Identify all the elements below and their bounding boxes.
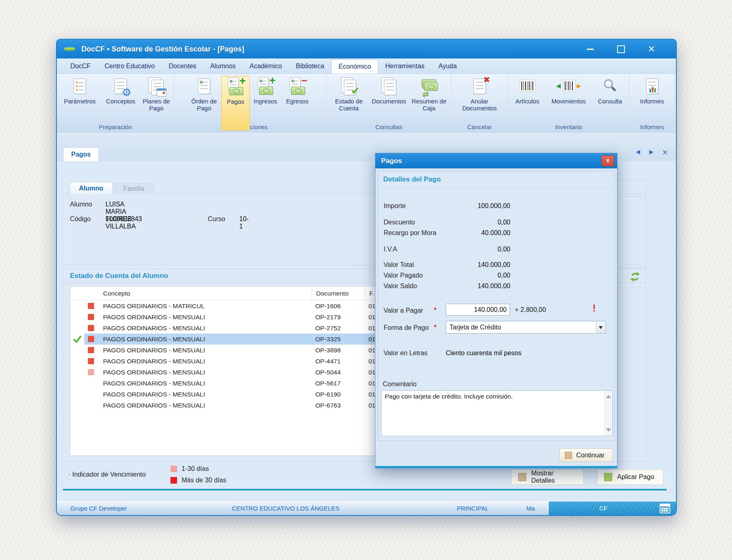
ribbon-group-consultas: Estado de Cuenta Documentos Resumen de C… (327, 74, 451, 132)
overdue-indicator (88, 325, 94, 331)
documents-icon (379, 77, 399, 97)
valor-a-pagar-label: Valor a Pagar (384, 307, 423, 314)
status-section: PRINCIPAL (457, 505, 489, 512)
valor-total-label: Valor Total (384, 261, 414, 269)
conceptos-button[interactable]: Conceptos (101, 76, 140, 119)
recargo-value: 40.000,00 (441, 229, 510, 237)
status-company: Grupo CF Developer (70, 505, 127, 512)
valor-a-pagar-input[interactable] (446, 304, 510, 316)
iva-label: I.V.A (384, 246, 397, 253)
overdue-indicator (88, 314, 94, 320)
barcode-arrows-icon (559, 77, 579, 97)
anular-documentos-button[interactable]: Anular Documentos (455, 76, 504, 119)
required-warning-icon (593, 303, 596, 314)
window-title: DocCF • Software de Gestión Escolar - [P… (81, 45, 244, 54)
magnifier-icon (600, 77, 620, 97)
ingresos-button[interactable]: Ingresos (250, 76, 281, 119)
chevron-down-icon[interactable] (596, 322, 605, 333)
status-bar: Grupo CF Developer CENTRO EDUCATIVO LOS … (57, 501, 676, 515)
overdue-indicator (88, 358, 94, 364)
estado-de-cuenta-button[interactable]: Estado de Cuenta (330, 76, 368, 119)
codigo-value: 1000636843 (106, 215, 142, 223)
ribbon: Parámetros Conceptos Planes de Pago Prep… (57, 74, 676, 132)
next-tab-icon[interactable] (648, 148, 655, 157)
articulos-button[interactable]: Artículos (510, 76, 545, 119)
ribbon-group-label: Operaciones (174, 123, 326, 130)
scroll-down-icon[interactable] (606, 428, 611, 434)
menu-item-herramientas[interactable]: Herramientas (378, 58, 431, 74)
scrollbar[interactable] (604, 391, 612, 436)
ribbon-group-label: Cancelar (451, 123, 507, 130)
divider-line (63, 489, 667, 491)
alumno-label: Alumno (70, 201, 105, 208)
ribbon-group-label: Preparación (57, 123, 174, 130)
documentos-button[interactable]: Documentos (368, 76, 410, 119)
menu-item-ayuda[interactable]: Ayuda (431, 58, 464, 74)
parameters-document-icon (70, 77, 90, 97)
selected-check-icon (73, 335, 82, 344)
tab-familia[interactable]: Familia (114, 183, 154, 194)
tab-navigation (634, 148, 669, 157)
menu-item-docentes[interactable]: Docentes (162, 58, 204, 74)
ribbon-group-cancelar: Anular Documentos Cancelar (451, 74, 508, 132)
ribbon-group-label: Consultas (327, 123, 451, 130)
aplicar-pago-button[interactable]: Aplicar Pago (597, 469, 663, 485)
column-documento: Documento (312, 287, 365, 300)
required-asterisk: * (434, 306, 437, 314)
menu-item-alumnos[interactable]: Alumnos (203, 58, 243, 74)
mostrar-detalles-button[interactable]: Mostrar Detalles (511, 469, 584, 485)
curso-value: 10-1 (239, 215, 249, 230)
dialog-bottom-accent (375, 466, 617, 468)
continuar-button[interactable]: Continuar (559, 448, 613, 462)
dialog-close-button[interactable] (602, 155, 614, 166)
comentario-textarea[interactable]: Pago con tarjeta de crédito. Incluye com… (382, 391, 612, 436)
valor-saldo-value: 140.000,00 (441, 282, 510, 290)
section-title: Detalles del Pago (378, 171, 614, 188)
money-out-icon (287, 77, 307, 97)
calendar-icon[interactable] (660, 504, 670, 513)
valor-en-letras-label: Valor en Letras (384, 349, 427, 357)
informes-button[interactable]: Informes (633, 76, 671, 119)
menu-item-doccf[interactable]: DocCF (63, 58, 98, 74)
resumen-de-caja-button[interactable]: Resumen de Caja (410, 76, 448, 119)
ribbon-group-inventario: Artículos Movimientos Consulta Inventari… (508, 74, 630, 132)
close-tab-icon[interactable] (661, 148, 669, 157)
prev-tab-icon[interactable] (634, 148, 642, 157)
egresos-button[interactable]: Egresos (281, 76, 314, 119)
ribbon-group-label: Inventario (508, 123, 629, 130)
consulta-button[interactable]: Consulta (593, 76, 628, 119)
ribbon-group-label: Informes (630, 123, 674, 130)
orden-de-pago-button[interactable]: Órden de Pago (187, 76, 221, 119)
payment-order-document-icon (194, 77, 214, 97)
refresh-icon[interactable] (628, 270, 642, 284)
forma-de-pago-select[interactable]: Tarjeta de Crédito (446, 321, 606, 334)
brand-label: CF (600, 505, 608, 512)
scroll-up-icon[interactable] (606, 392, 611, 398)
due-soon-swatch (171, 466, 177, 472)
movimientos-button[interactable]: Movimientos (545, 76, 593, 119)
tab-pagos[interactable]: Pagos (63, 147, 99, 161)
menu-item-academico[interactable]: Académico (243, 58, 289, 74)
column-concepto: Concepto (99, 287, 312, 300)
parametros-button[interactable]: Parámetros (58, 76, 101, 119)
menu-item-biblioteca[interactable]: Biblioteca (289, 58, 331, 74)
ribbon-group-preparacion: Parámetros Conceptos Planes de Pago Prep… (57, 74, 174, 132)
planes-de-pago-button[interactable]: Planes de Pago (140, 76, 172, 119)
maximize-button[interactable] (615, 43, 626, 55)
close-button[interactable] (646, 43, 657, 55)
iva-value: 0,00 (441, 246, 510, 253)
apply-icon (604, 473, 612, 481)
title-bar: DocCF • Software de Gestión Escolar - [P… (57, 40, 676, 58)
legend-item-1-30: 1-30 días (171, 465, 209, 473)
recargo-label: Recargo por Mora (384, 229, 436, 237)
document-check-icon (339, 77, 359, 97)
importe-value: 100.000,00 (441, 202, 510, 210)
dialog-title-bar[interactable]: Pagos (375, 153, 617, 168)
menu-item-centro-educativo[interactable]: Centro Educativo (98, 58, 162, 74)
due-soon-indicator (88, 369, 94, 375)
cash-summary-icon (419, 77, 439, 97)
pagos-button[interactable]: Pagos (221, 76, 250, 130)
menu-item-economico[interactable]: Económico (331, 59, 378, 74)
tab-alumno[interactable]: Alumno (70, 182, 113, 194)
minimize-button[interactable] (584, 43, 596, 55)
